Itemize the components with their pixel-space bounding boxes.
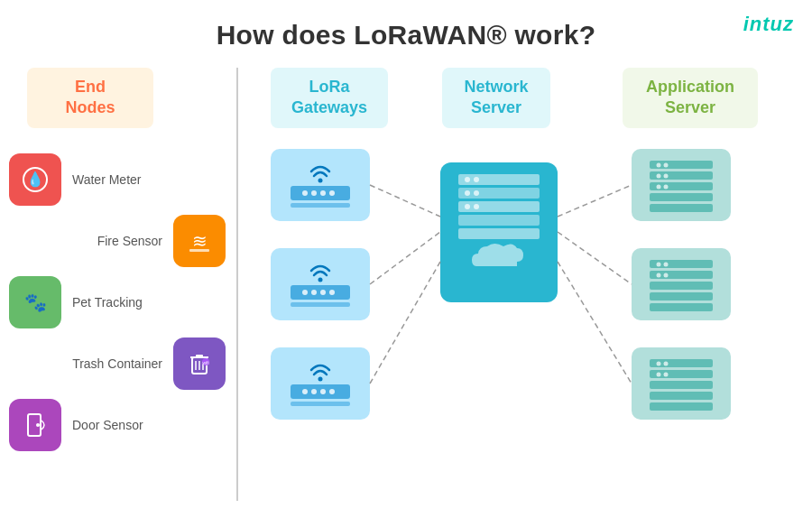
svg-point-72 (657, 362, 661, 366)
svg-line-78 (370, 262, 440, 384)
svg-point-28 (329, 290, 335, 295)
svg-rect-61 (650, 292, 713, 300)
svg-point-75 (664, 373, 669, 377)
node-water-meter: 💧 Water Meter (9, 153, 226, 206)
svg-point-20 (320, 190, 326, 196)
svg-point-73 (664, 362, 669, 366)
svg-rect-36 (458, 174, 540, 185)
water-meter-label: Water Meter (72, 172, 142, 187)
header-network: NetworkServer (442, 68, 550, 128)
svg-rect-38 (458, 201, 540, 212)
svg-rect-24 (291, 302, 350, 307)
svg-point-46 (474, 204, 479, 209)
svg-rect-17 (291, 203, 350, 208)
fire-sensor-label: Fire Sensor (97, 234, 162, 248)
svg-text:💧: 💧 (26, 171, 44, 188)
gateway-3 (271, 347, 370, 420)
intuz-logo: intuz (743, 13, 794, 36)
trash-container-label: Trash Container (72, 356, 162, 371)
svg-rect-31 (291, 402, 350, 406)
svg-point-21 (329, 190, 335, 196)
svg-text:wifi: wifi (202, 360, 208, 365)
svg-rect-62 (650, 303, 713, 311)
svg-point-22 (318, 278, 323, 282)
svg-point-64 (664, 263, 669, 267)
node-trash-container: wifi Trash Container (9, 337, 226, 390)
svg-point-25 (302, 290, 308, 295)
svg-point-74 (657, 373, 661, 377)
svg-point-26 (311, 290, 317, 295)
app-server-3 (632, 347, 731, 420)
gateway-2 (271, 248, 370, 320)
trash-container-icon: wifi (173, 337, 226, 390)
page-title: How does LoRaWAN® work? (0, 0, 812, 51)
gateways-column (271, 149, 370, 420)
svg-rect-71 (650, 402, 713, 411)
node-fire-sensor: ≋ Fire Sensor (9, 215, 226, 267)
svg-rect-60 (650, 282, 713, 290)
svg-point-42 (474, 177, 479, 182)
svg-point-45 (465, 204, 470, 209)
door-sensor-label: Door Sensor (72, 418, 143, 432)
node-pet-tracking: 🐾 Pet Tracking (9, 276, 226, 328)
svg-point-55 (664, 174, 669, 179)
svg-point-27 (320, 290, 326, 295)
svg-line-76 (370, 185, 440, 217)
svg-point-53 (664, 163, 669, 168)
svg-text:≋: ≋ (192, 231, 208, 251)
node-door-sensor: Door Sensor (9, 399, 226, 451)
svg-rect-37 (458, 188, 540, 199)
pet-tracking-label: Pet Tracking (72, 295, 143, 310)
svg-point-32 (302, 389, 308, 394)
svg-point-15 (318, 179, 323, 183)
svg-rect-39 (458, 215, 540, 226)
svg-point-33 (311, 389, 317, 394)
svg-point-65 (657, 273, 661, 278)
svg-rect-50 (650, 193, 713, 201)
svg-rect-70 (650, 392, 713, 400)
column-headers: EndNodes LoRaGateways NetworkServer Appl… (0, 68, 812, 128)
svg-rect-69 (650, 381, 713, 389)
fire-sensor-icon: ≋ (173, 215, 226, 267)
svg-line-80 (558, 232, 632, 284)
gateway-1 (271, 149, 370, 221)
svg-point-52 (657, 163, 661, 168)
svg-point-14 (36, 423, 40, 427)
svg-point-44 (474, 190, 479, 196)
svg-rect-51 (650, 204, 713, 212)
svg-point-54 (657, 174, 661, 179)
app-server-2 (632, 248, 731, 320)
svg-point-34 (320, 389, 326, 394)
pet-tracking-icon: 🐾 (9, 276, 61, 328)
svg-point-29 (318, 377, 323, 382)
svg-point-56 (657, 185, 661, 190)
svg-point-41 (465, 177, 470, 182)
water-meter-icon: 💧 (9, 153, 61, 206)
end-nodes-column: 💧 Water Meter ≋ Fire Sensor 🐾 Pet Tracki… (9, 153, 226, 451)
header-app: ApplicationServer (623, 68, 758, 128)
svg-line-81 (558, 262, 632, 384)
svg-rect-3 (189, 249, 209, 252)
svg-rect-7 (196, 355, 203, 357)
svg-point-43 (465, 190, 470, 196)
svg-rect-40 (458, 228, 540, 239)
svg-point-57 (664, 185, 669, 190)
network-server-box (440, 162, 558, 302)
svg-point-19 (311, 190, 317, 196)
door-sensor-icon (9, 399, 61, 451)
header-end-nodes: EndNodes (27, 68, 153, 128)
vertical-divider (236, 68, 238, 501)
svg-line-79 (558, 185, 632, 217)
svg-point-35 (329, 389, 335, 394)
app-servers-column (632, 149, 731, 420)
svg-text:🐾: 🐾 (24, 291, 47, 313)
app-server-1 (632, 149, 731, 221)
svg-point-63 (657, 263, 661, 267)
svg-point-66 (664, 273, 669, 278)
header-lora: LoRaGateways (271, 68, 388, 128)
svg-point-18 (302, 190, 308, 196)
svg-line-77 (370, 232, 440, 284)
